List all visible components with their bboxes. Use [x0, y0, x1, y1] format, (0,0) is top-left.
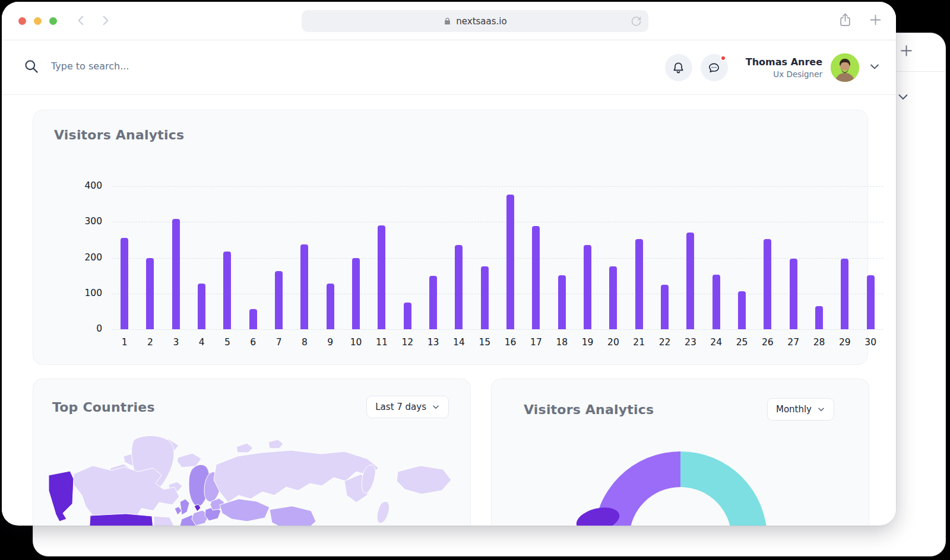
avatar[interactable]: [831, 53, 859, 82]
bar[interactable]: [867, 275, 875, 329]
map-region[interactable]: [397, 466, 451, 494]
date-range-select[interactable]: Last 7 days: [366, 396, 449, 418]
x-axis-label: 21: [633, 329, 645, 349]
visitors-analytics-card: Visitors Analytics 4003002001000 1234567…: [33, 110, 868, 365]
profile-chevron-icon[interactable]: [869, 61, 881, 75]
bar-column: 29: [832, 186, 857, 349]
messages-button[interactable]: [701, 54, 728, 81]
x-axis-label: 17: [530, 329, 542, 349]
x-axis-label: 27: [787, 329, 799, 349]
y-axis-label: 300: [66, 216, 102, 227]
bar[interactable]: [738, 291, 746, 329]
x-axis-label: 19: [582, 329, 594, 349]
dashboard-main: Visitors Analytics 4003002001000 1234567…: [2, 95, 896, 525]
bar[interactable]: [506, 195, 514, 329]
bar-columns: 1234567891011121314151617181920212223242…: [112, 186, 884, 349]
search-input[interactable]: [51, 61, 300, 72]
notifications-button[interactable]: [665, 54, 692, 81]
date-range-value: Last 7 days: [375, 402, 426, 412]
map-region[interactable]: [49, 471, 74, 521]
y-axis-label: 400: [66, 180, 102, 191]
bar[interactable]: [584, 245, 591, 329]
bar-column: 10: [343, 186, 369, 349]
bar-column: 25: [729, 186, 755, 349]
chevron-down-icon[interactable]: [897, 90, 910, 106]
y-axis-label: 0: [66, 323, 102, 334]
bar[interactable]: [790, 259, 797, 329]
bar[interactable]: [661, 285, 669, 329]
address-bar[interactable]: nextsaas.io: [302, 10, 648, 32]
close-window-button[interactable]: [18, 17, 26, 25]
bar[interactable]: [635, 239, 643, 329]
bar[interactable]: [815, 306, 823, 329]
map-region[interactable]: [220, 499, 270, 521]
bar[interactable]: [275, 271, 283, 329]
bar[interactable]: [121, 238, 128, 329]
bar[interactable]: [429, 276, 437, 329]
bar[interactable]: [146, 258, 154, 330]
bar[interactable]: [327, 284, 334, 329]
new-tab-icon[interactable]: [868, 12, 883, 30]
world-map[interactable]: [36, 432, 469, 526]
bar-chart-plot: 4003002001000 12345678910111213141516171…: [112, 186, 884, 329]
bar[interactable]: [455, 245, 463, 329]
x-axis-label: 20: [607, 329, 619, 349]
bar[interactable]: [558, 275, 566, 329]
bar[interactable]: [532, 226, 540, 329]
bar[interactable]: [352, 258, 360, 330]
map-region[interactable]: [268, 440, 283, 448]
bar[interactable]: [249, 309, 257, 329]
bar[interactable]: [481, 266, 489, 329]
bar[interactable]: [764, 239, 771, 329]
map-region[interactable]: [154, 516, 175, 526]
minimize-window-button[interactable]: [34, 17, 42, 25]
url-text: nextsaas.io: [456, 16, 506, 27]
bar[interactable]: [198, 284, 205, 329]
nav-arrows: [74, 14, 112, 30]
bar-column: 27: [781, 186, 806, 349]
user-name: Thomas Anree: [746, 56, 822, 68]
map-region[interactable]: [236, 443, 253, 453]
map-region[interactable]: [270, 506, 316, 526]
x-axis-label: 14: [453, 329, 465, 349]
bar[interactable]: [686, 233, 694, 329]
bar[interactable]: [172, 219, 180, 329]
bar[interactable]: [712, 275, 720, 329]
bar[interactable]: [841, 259, 848, 329]
bar-column: 8: [292, 186, 317, 349]
refresh-icon[interactable]: [630, 15, 642, 30]
back-icon[interactable]: [74, 14, 88, 30]
bar-column: 3: [163, 186, 189, 349]
map-region[interactable]: [89, 514, 154, 526]
card-title: Visitors Analytics: [54, 128, 184, 142]
visitors-analytics-donut-card: Visitors Analytics Monthly: [491, 378, 869, 526]
map-region[interactable]: [180, 499, 189, 515]
y-axis-label: 200: [66, 252, 102, 263]
period-select[interactable]: Monthly: [767, 398, 834, 421]
top-countries-card: Top Countries Last 7 days: [33, 378, 471, 526]
bar[interactable]: [223, 252, 231, 329]
forward-icon[interactable]: [99, 14, 112, 30]
bar-column: 30: [858, 186, 884, 349]
zoom-window-button[interactable]: [49, 17, 57, 25]
x-axis-label: 8: [302, 329, 308, 349]
map-region[interactable]: [377, 501, 390, 523]
bar-column: 6: [240, 186, 266, 349]
x-axis-label: 9: [327, 329, 333, 349]
chevron-down-icon: [432, 403, 440, 411]
x-axis-label: 23: [685, 329, 696, 349]
bar-column: 20: [600, 186, 626, 349]
browser-chrome: nextsaas.io: [2, 2, 896, 40]
bar[interactable]: [404, 303, 411, 329]
share-icon[interactable]: [838, 12, 853, 30]
bar[interactable]: [378, 225, 385, 329]
x-axis-label: 29: [839, 329, 851, 349]
bar-column: 24: [704, 186, 729, 349]
x-axis-label: 7: [276, 329, 282, 349]
bar[interactable]: [300, 244, 308, 329]
x-axis-label: 25: [736, 329, 748, 349]
search-icon[interactable]: [23, 58, 39, 74]
donut-chart: [594, 451, 767, 526]
bar[interactable]: [609, 266, 617, 329]
new-tab-icon[interactable]: [898, 43, 914, 61]
